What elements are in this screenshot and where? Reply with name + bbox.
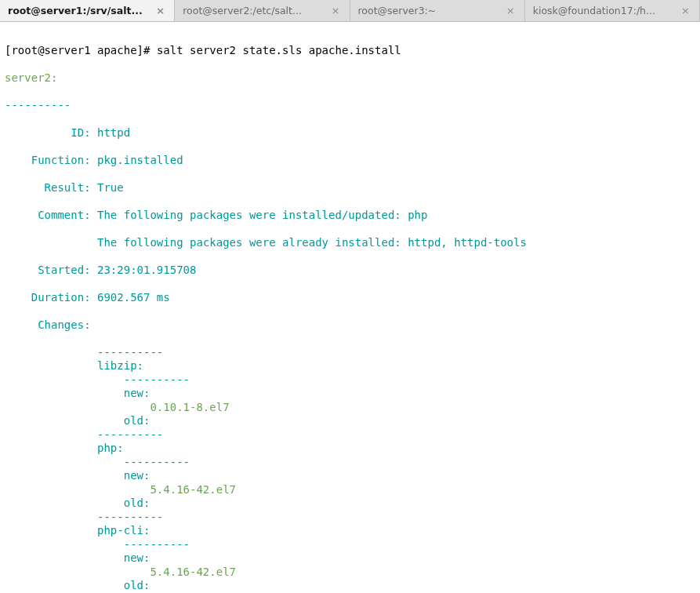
comment-label: Comment:	[5, 209, 97, 221]
pkg-inner-sep: ----------	[5, 538, 190, 551]
comment-line1: The following packages were installed/up…	[97, 209, 427, 221]
result-value: True	[97, 181, 124, 194]
tab-label: root@server1:/srv/salt...	[8, 5, 150, 16]
tab-server2[interactable]: root@server2:/etc/salt... ×	[175, 0, 350, 21]
separator: ----------	[5, 99, 71, 111]
pkg-new-label: new:	[5, 469, 150, 482]
pkg-new-label: new:	[5, 551, 150, 564]
started-value: 23:29:01.915708	[97, 264, 196, 276]
pkg-old-label: old:	[5, 497, 150, 509]
pkg-new-value: 5.4.16-42.el7	[5, 483, 236, 496]
function-label: Function:	[5, 154, 97, 166]
duration-label: Duration:	[5, 291, 97, 304]
pkg-name: php-cli:	[5, 524, 150, 537]
prompt: [root@server1 apache]#	[5, 44, 157, 56]
duration-value: 6902.567 ms	[97, 291, 170, 304]
result-label: Result:	[5, 181, 97, 194]
command: salt server2 state.sls apache.install	[157, 44, 401, 56]
pkg-separator: ----------	[5, 428, 163, 441]
pkg-new-value: 5.4.16-42.el7	[5, 566, 236, 578]
function-value: pkg.installed	[97, 154, 183, 166]
pkg-separator: ----------	[5, 511, 163, 523]
started-label: Started:	[5, 264, 97, 276]
pkg-new-label: new:	[5, 387, 150, 399]
pkg-separator: ----------	[5, 346, 163, 358]
tab-server3[interactable]: root@server3:~ ×	[350, 0, 525, 21]
id-value: httpd	[97, 126, 130, 139]
comment-indent	[5, 236, 97, 249]
pkg-name: libzip:	[5, 359, 143, 372]
pkg-name: php:	[5, 442, 124, 454]
pkg-inner-sep: ----------	[5, 373, 190, 386]
pkg-inner-sep: ----------	[5, 456, 190, 468]
terminal[interactable]: [root@server1 apache]# salt server2 stat…	[0, 22, 700, 593]
pkg-old-label: old:	[5, 579, 150, 591]
tab-label: root@server3:~	[358, 5, 500, 16]
pkg-old-label: old:	[5, 414, 150, 427]
close-icon[interactable]: ×	[680, 5, 691, 16]
tab-bar: root@server1:/srv/salt... × root@server2…	[0, 0, 700, 22]
packages-list: ---------- libzip: ---------- new: 0.10.…	[5, 346, 695, 594]
host-header: server2:	[5, 71, 57, 84]
comment-line2: The following packages were already inst…	[97, 236, 527, 249]
tab-server1[interactable]: root@server1:/srv/salt... ×	[0, 0, 175, 21]
pkg-new-value: 0.10.1-8.el7	[5, 401, 230, 413]
tab-foundation17[interactable]: kiosk@foundation17:/h... ×	[525, 0, 700, 21]
id-label: ID:	[5, 126, 97, 139]
tab-label: kiosk@foundation17:/h...	[533, 5, 675, 16]
changes-label: Changes:	[5, 318, 97, 331]
close-icon[interactable]: ×	[154, 5, 166, 16]
close-icon[interactable]: ×	[330, 5, 342, 16]
close-icon[interactable]: ×	[505, 5, 517, 16]
tab-label: root@server2:/etc/salt...	[183, 5, 325, 16]
